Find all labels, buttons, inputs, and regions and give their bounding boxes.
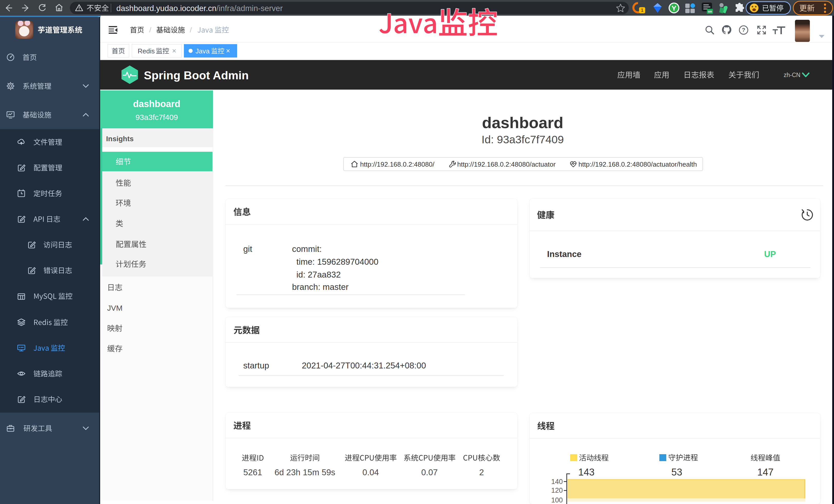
svg-text:?: ? — [742, 27, 745, 33]
svg-text:1: 1 — [641, 8, 643, 13]
svg-text:on: on — [708, 9, 712, 13]
